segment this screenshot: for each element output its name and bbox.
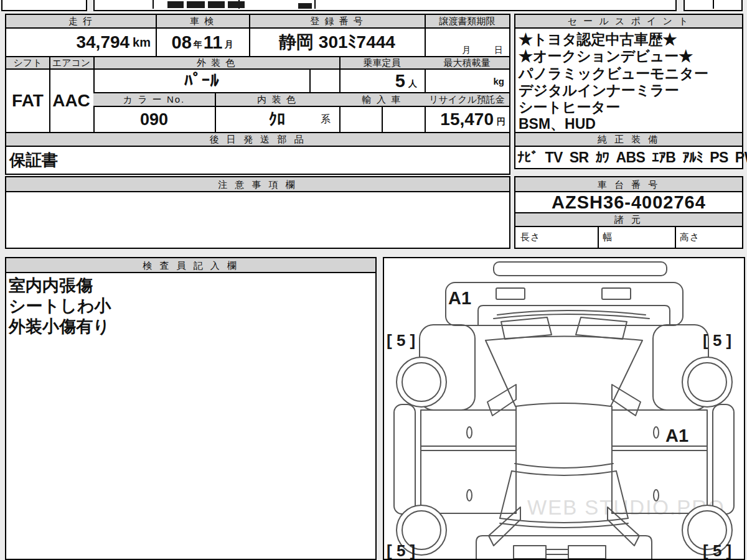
recycle-header: リサイクル預託金	[425, 92, 509, 107]
length-label: 長さ	[520, 227, 552, 248]
cowl-arc	[494, 314, 649, 319]
chassis-label: 車 台 番 号	[515, 177, 742, 192]
inspector-notes-list: 室内内張傷 シートしわ小 外装小傷有り	[9, 276, 111, 337]
license-plate-recess	[514, 546, 546, 559]
side-mirror	[487, 385, 516, 416]
grille-slot	[496, 288, 525, 299]
caution-notes-box: 注 意 事 項 欄	[5, 176, 510, 249]
width-label: 幅	[603, 227, 634, 248]
later-parts-value: 保証書	[9, 147, 258, 174]
wheel-front-left-inner	[402, 363, 441, 401]
registration-header: 登 録 番 号	[249, 15, 425, 27]
hood-damage-mark: A1	[448, 288, 471, 308]
tire-grade-rear-right: [ 5 ]	[703, 541, 731, 559]
grille-slot	[602, 288, 631, 299]
license-plate-recess	[568, 546, 606, 559]
sales-point: ★トヨタ認定中古車歴★	[519, 31, 708, 48]
cropped-cell	[1, 0, 87, 11]
cropped-text-remnant	[228, 1, 245, 8]
specs-label: 諸 元	[515, 212, 742, 227]
interior-color-suffix: 系	[321, 107, 339, 132]
sales-points-label: セ ー ル ス ポ イ ン ト	[515, 15, 742, 27]
chassis-number: AZSH36-4002764	[515, 192, 742, 212]
interior-color-header: 内 装 色	[215, 92, 339, 107]
cropped-text-remnant	[167, 1, 184, 8]
shift-header: シフト	[6, 56, 49, 70]
sales-point: シートヒーター	[519, 99, 708, 116]
door-handle	[654, 427, 659, 438]
door-handle	[467, 427, 472, 438]
door-handle	[467, 490, 472, 501]
cropped-text-remnant	[208, 1, 225, 8]
cropped-text-remnant	[187, 1, 205, 8]
height-label: 高さ	[680, 227, 711, 248]
sales-points-list: ★トヨタ認定中古車歴★ ★オークションデビュー★ パノラミックビューモニター デ…	[519, 31, 708, 133]
tire-grade-front-left: [ 5 ]	[387, 331, 415, 350]
sales-point: ★オークションデビュー★	[519, 48, 708, 65]
capacity-header: 乗車定員	[339, 56, 425, 70]
aircon-header: エアコン	[49, 56, 93, 70]
cropped-text-remnant	[298, 3, 312, 9]
max-load-unit: kg	[425, 70, 504, 92]
rear-window-arc	[512, 471, 616, 475]
left-doors	[421, 410, 516, 513]
aircon-value: AAC	[49, 70, 93, 132]
windshield	[486, 337, 642, 407]
bumper-step-lines	[546, 549, 568, 554]
side-mirror	[612, 385, 641, 416]
mileage-unit: km	[133, 35, 151, 50]
inspector-note: 室内内張傷	[9, 276, 111, 296]
sales-point: パノラミックビューモニター	[519, 65, 708, 82]
sales-point: デジタルインナーミラー	[519, 82, 708, 99]
inspector-note: シートしわ小	[9, 296, 111, 317]
max-load-header: 最大積載量	[425, 56, 509, 70]
tire-grade-front-right: [ 5 ]	[703, 331, 731, 350]
headlight	[501, 317, 552, 339]
transfer-deadline-header: 譲渡書類期限	[425, 15, 509, 27]
mileage-value: 34,794km	[6, 29, 151, 56]
color-no-header: カ ラ ー No.	[93, 92, 215, 107]
registration-value: 静岡 301ﾐ7444	[249, 29, 425, 56]
chassis-box: 車 台 番 号 AZSH36-4002764 諸 元 長さ 幅 高さ	[514, 176, 743, 249]
tire-grade-rear-left: [ 5 ]	[387, 541, 415, 559]
cropped-cell	[93, 0, 677, 11]
sales-point: BSM、HUD	[519, 116, 708, 133]
recycle-value: 15,470円	[425, 107, 505, 132]
inspection-header: 車 検	[156, 15, 249, 27]
wheel-front-right-inner	[688, 363, 726, 401]
rear-window-arc	[515, 464, 613, 468]
side-sill	[394, 404, 415, 514]
inspector-note: 外装小傷有り	[9, 317, 111, 337]
inspector-label: 検 査 員 記 入 欄	[6, 258, 375, 273]
cropped-cell	[684, 0, 743, 11]
color-no-value: 090	[93, 107, 215, 132]
inspection-value: 08年 11月	[156, 29, 249, 56]
shift-value: FAT	[6, 70, 49, 132]
c-pillar	[500, 471, 512, 518]
door-damage-mark: A1	[665, 426, 688, 446]
car-diagram-box: WEB STUDIO.PRO	[383, 257, 745, 560]
inspector-notes-box: 検 査 員 記 入 欄 室内内張傷 シートしわ小 外装小傷有り	[5, 257, 377, 560]
exterior-color-value: ﾊﾟｰﾙ	[93, 70, 309, 92]
front-bumper	[494, 262, 667, 276]
later-parts-label: 後 日 発 送 部 品	[6, 132, 509, 147]
vehicle-info-table: 走 行 車 検 登 録 番 号 譲渡書類期限 34,794km 08年 11月 …	[5, 14, 510, 175]
car-top-view-diagram: WEB STUDIO.PRO	[384, 258, 744, 559]
equipment-label: 純 正 装 備	[515, 132, 742, 147]
exterior-color-header: 外 装 色	[93, 56, 339, 70]
sales-points-box: セ ー ル ス ポ イ ン ト ★トヨタ認定中古車歴★ ★オークションデビュー★…	[514, 14, 743, 169]
hood-inner-line	[478, 306, 670, 325]
equipment-value: ﾅﾋﾞ TV SR ｶﾜ ABS ｴｱB ｱﾙﾐ PS PW	[517, 147, 741, 168]
mileage-header: 走 行	[6, 15, 156, 27]
import-header: 輸 入 車	[339, 92, 425, 107]
capacity-value: 5人	[339, 70, 417, 92]
rear-bumper	[476, 536, 652, 559]
caution-label: 注 意 事 項 欄	[6, 177, 509, 192]
headlight	[576, 317, 627, 339]
rear-deck-arc	[500, 523, 628, 528]
